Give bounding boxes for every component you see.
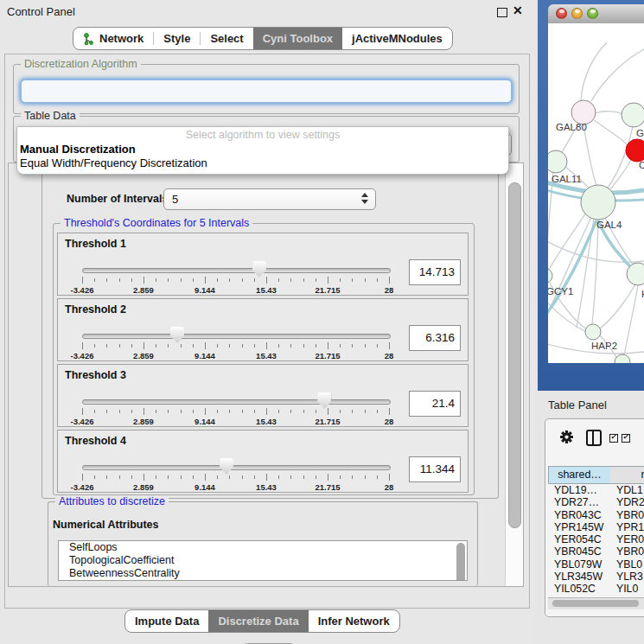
- tab-cyni-toolbox[interactable]: Cyni Toolbox: [253, 28, 342, 49]
- network-edge[interactable]: [548, 239, 644, 262]
- split-view-icon[interactable]: [586, 430, 602, 446]
- network-edge[interactable]: [548, 172, 553, 269]
- attribute-list-item[interactable]: TopologicalCoefficient: [59, 554, 467, 567]
- network-node-GAL4[interactable]: [581, 185, 615, 220]
- slider-handle[interactable]: [220, 458, 233, 475]
- tab-style[interactable]: Style: [154, 28, 200, 49]
- network-edge[interactable]: [596, 112, 622, 114]
- threshold-value-field[interactable]: 21.4: [409, 391, 461, 417]
- tab-infer-network[interactable]: Infer Network: [309, 610, 399, 632]
- checkbox-icon[interactable]: ✓: [622, 434, 630, 443]
- threshold-slider[interactable]: -3.4262.8599.14415.4321.71528: [82, 299, 389, 362]
- threshold-value-field[interactable]: 11.344: [409, 456, 461, 482]
- tab-impute-data[interactable]: Impute Data: [125, 610, 208, 632]
- table-cell[interactable]: YDL19…: [554, 484, 597, 496]
- network-node-GAL80[interactable]: [571, 100, 596, 124]
- table-cell[interactable]: YPR1: [616, 521, 644, 533]
- dropdown-option-equal-width[interactable]: Equal Width/Frequency Discretization: [17, 156, 508, 169]
- network-edge[interactable]: [592, 220, 598, 325]
- network-node-GCY1[interactable]: [548, 268, 552, 284]
- table-cell[interactable]: YER054C: [554, 533, 602, 545]
- slider-track[interactable]: [82, 334, 391, 339]
- threshold-value-field[interactable]: 6.316: [409, 325, 461, 351]
- vertical-scrollbar[interactable]: [505, 163, 523, 586]
- column-header-shared[interactable]: shared…: [548, 466, 611, 484]
- threshold-slider[interactable]: -3.4262.8599.14415.4321.71528: [82, 233, 389, 296]
- tab-discretize-data[interactable]: Discretize Data: [208, 610, 308, 632]
- table-row[interactable]: YPR145WYPR1: [548, 521, 644, 533]
- table-cell[interactable]: YBR0: [616, 509, 644, 521]
- table-row[interactable]: YBR043CYBR0: [548, 509, 644, 521]
- network-node-C[interactable]: [626, 139, 644, 162]
- table-panel: ✓ ✓ shared… na YDL19…YDL1YDR27…YDR2YBR04…: [545, 418, 644, 617]
- network-node-GA[interactable]: [622, 103, 644, 127]
- minimize-traffic-light[interactable]: [571, 8, 583, 19]
- table-cell[interactable]: YIL0: [616, 583, 638, 595]
- zoom-traffic-light[interactable]: [587, 8, 598, 19]
- table-row[interactable]: YDL19…YDL1: [548, 484, 644, 496]
- network-edge[interactable]: [600, 284, 635, 328]
- table-cell[interactable]: YDR2: [616, 496, 644, 508]
- dropdown-option-manual-discretization[interactable]: Manual Discretization: [17, 142, 508, 156]
- network-node-GAL11[interactable]: [548, 150, 567, 173]
- tab-jactivemnodules[interactable]: jActiveMNodules: [342, 28, 452, 49]
- window-titlebar[interactable]: [548, 4, 644, 24]
- slider-track[interactable]: [82, 268, 391, 273]
- network-edge[interactable]: [603, 126, 633, 193]
- table-cell[interactable]: YBR043C: [554, 509, 602, 521]
- slider-handle[interactable]: [317, 392, 331, 409]
- number-of-intervals-combobox[interactable]: 5: [163, 188, 376, 210]
- attribute-list-item[interactable]: BetweennessCentrality: [59, 567, 467, 580]
- slider-handle[interactable]: [170, 327, 184, 343]
- table-row[interactable]: YBR045CYBR0: [548, 545, 644, 558]
- slider-track[interactable]: [82, 399, 391, 405]
- network-edge[interactable]: [581, 42, 607, 100]
- algorithm-combobox[interactable]: [21, 80, 512, 103]
- network-canvas[interactable]: GAL80GACGAL11GAL4GCY1HHAP2: [548, 23, 644, 363]
- table-row[interactable]: YLR345WYLR3: [548, 571, 644, 583]
- slider-track[interactable]: [82, 465, 391, 470]
- table-row[interactable]: YIL052CYIL0: [548, 583, 644, 595]
- threshold-slider[interactable]: -3.4262.8599.14415.4321.71528: [82, 365, 389, 428]
- table-cell[interactable]: YDL1: [616, 484, 643, 496]
- scrollbar-thumb[interactable]: [508, 182, 521, 528]
- table-cell[interactable]: YER0: [616, 533, 644, 545]
- list-scrollbar[interactable]: [456, 543, 465, 581]
- horizontal-scrollbar[interactable]: [548, 597, 644, 609]
- float-window-icon[interactable]: [497, 8, 507, 17]
- attributes-listbox[interactable]: SelfLoopsTopologicalCoefficientBetweenne…: [58, 540, 468, 581]
- table-cell[interactable]: YIL052C: [554, 583, 596, 595]
- network-edge-highlighted[interactable]: [548, 220, 596, 317]
- network-edge[interactable]: [623, 285, 638, 360]
- table-cell[interactable]: YDR27…: [554, 496, 599, 508]
- table-cell[interactable]: YLR3: [616, 571, 643, 583]
- scrollbar-thumb[interactable]: [552, 600, 639, 607]
- tab-select[interactable]: Select: [201, 28, 252, 49]
- attribute-list-item[interactable]: SelfLoops: [59, 541, 467, 554]
- tick-mark: [303, 475, 304, 479]
- table-cell[interactable]: YBL0: [616, 558, 642, 571]
- close-traffic-light[interactable]: [556, 8, 567, 19]
- table-row[interactable]: YBL079WYBL0: [548, 558, 644, 571]
- tick-mark: [193, 278, 194, 282]
- settings-gear-icon[interactable]: [559, 430, 574, 448]
- network-edge[interactable]: [591, 49, 644, 101]
- threshold-slider[interactable]: -3.4262.8599.14415.4321.71528: [82, 430, 389, 494]
- network-node-node[interactable]: [615, 354, 630, 363]
- column-header-name[interactable]: na: [610, 466, 644, 484]
- table-cell[interactable]: YLR345W: [554, 571, 603, 583]
- threshold-value-field[interactable]: 14.713: [409, 259, 461, 285]
- close-icon[interactable]: ✕: [513, 3, 523, 17]
- checkbox-icon[interactable]: ✓: [609, 434, 618, 443]
- table-row[interactable]: YDR27…YDR2: [548, 496, 644, 508]
- table-cell[interactable]: YBR0: [616, 545, 644, 558]
- table-cell[interactable]: YBR045C: [554, 545, 602, 558]
- tab-network[interactable]: Network: [73, 28, 153, 49]
- table-cell[interactable]: YBL079W: [554, 558, 602, 571]
- table-cell[interactable]: YPR145W: [554, 521, 603, 533]
- network-edge[interactable]: [594, 120, 628, 145]
- slider-handle[interactable]: [252, 261, 266, 277]
- network-edge[interactable]: [583, 124, 596, 186]
- table-row[interactable]: YER054CYER0: [548, 533, 644, 545]
- network-node-HAP2[interactable]: [585, 324, 601, 340]
